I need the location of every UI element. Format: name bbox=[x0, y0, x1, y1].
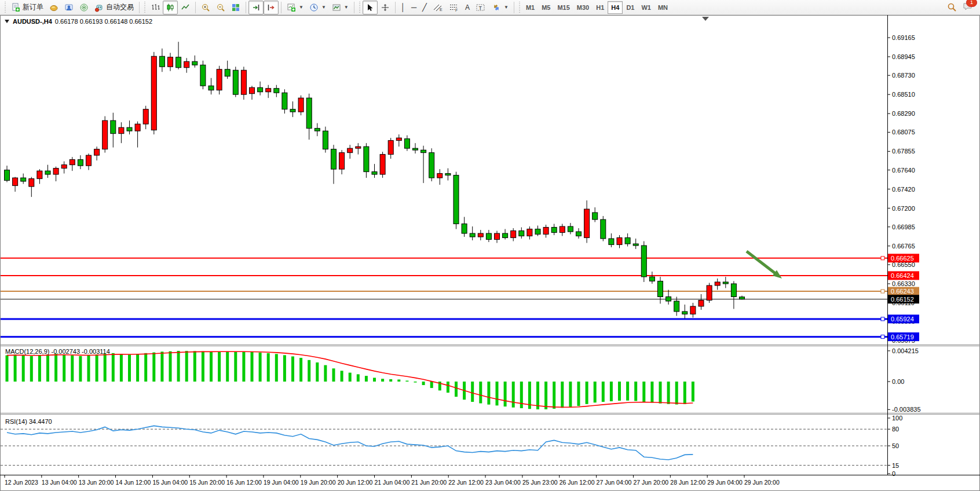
chart-shift-button[interactable] bbox=[264, 1, 279, 14]
svg-text:15 Jun 20:00: 15 Jun 20:00 bbox=[189, 479, 225, 486]
timeframe-m5-button[interactable]: M5 bbox=[538, 1, 554, 14]
crosshair-button[interactable] bbox=[378, 1, 393, 14]
zoom-in-button[interactable] bbox=[198, 1, 213, 14]
svg-text:16 Jun 12:00: 16 Jun 12:00 bbox=[226, 479, 262, 486]
vertical-line-icon: │ bbox=[401, 3, 405, 12]
svg-text:0.67200: 0.67200 bbox=[892, 205, 915, 212]
chart-symbol-period: AUDUSD-,H4 bbox=[13, 18, 52, 25]
timeframe-mn-button[interactable]: MN bbox=[654, 1, 671, 14]
chevron-down-icon: ▼ bbox=[321, 5, 326, 10]
tile-windows-button[interactable] bbox=[228, 1, 243, 14]
search-icon[interactable] bbox=[947, 2, 957, 12]
price-chart-canvas[interactable]: 0.691650.689450.687300.685100.682900.680… bbox=[0, 15, 980, 491]
svg-text:13 Jun 20:00: 13 Jun 20:00 bbox=[79, 479, 114, 486]
timeframe-h1-button[interactable]: H1 bbox=[593, 1, 608, 14]
timeframe-m15-button[interactable]: M15 bbox=[554, 1, 573, 14]
svg-text:22 Jun 12:00: 22 Jun 12:00 bbox=[448, 479, 484, 486]
fibonacci-button[interactable]: F bbox=[446, 1, 462, 14]
indicators-button[interactable]: ▼ bbox=[284, 1, 306, 14]
channel-button[interactable]: E bbox=[430, 1, 446, 14]
virtual-hosting-button[interactable] bbox=[61, 1, 76, 14]
svg-text:15 Jun 04:00: 15 Jun 04:00 bbox=[152, 479, 188, 486]
svg-text:0.69165: 0.69165 bbox=[892, 34, 915, 41]
bar-chart-button[interactable] bbox=[148, 1, 163, 14]
zoom-out-button[interactable] bbox=[213, 1, 228, 14]
signals-button[interactable] bbox=[76, 1, 92, 14]
collapse-triangle-icon[interactable] bbox=[5, 19, 10, 24]
templates-button[interactable]: ▼ bbox=[329, 1, 352, 14]
svg-text:28 Jun 12:00: 28 Jun 12:00 bbox=[670, 479, 705, 486]
svg-text:0.68730: 0.68730 bbox=[892, 72, 915, 79]
chart-ohlc-values: 0.66178 0.66193 0.66148 0.66152 bbox=[55, 18, 152, 25]
svg-text:0.004215: 0.004215 bbox=[892, 347, 919, 354]
market-depth-button[interactable] bbox=[46, 1, 61, 14]
line-chart-button[interactable] bbox=[178, 1, 193, 14]
svg-text:23 Jun 04:00: 23 Jun 04:00 bbox=[485, 479, 521, 486]
periods-button[interactable]: ▼ bbox=[306, 1, 329, 14]
svg-text:19 Jun 20:00: 19 Jun 20:00 bbox=[301, 479, 336, 486]
toolbar-drag-handle bbox=[144, 2, 146, 13]
svg-text:27 Jun 20:00: 27 Jun 20:00 bbox=[633, 479, 668, 486]
arrows-button[interactable]: ▼ bbox=[489, 1, 511, 14]
cursor-button[interactable] bbox=[363, 1, 378, 14]
autotrading-label: 自动交易 bbox=[106, 2, 134, 12]
svg-text:100: 100 bbox=[892, 415, 902, 422]
indicators-icon bbox=[287, 3, 296, 12]
main-toolbar: 新订单 自动交易 ▼ ▼ bbox=[0, 0, 980, 15]
svg-text:0.68075: 0.68075 bbox=[892, 129, 915, 135]
timeframe-h4-button[interactable]: H4 bbox=[608, 1, 623, 14]
svg-text:0.65719: 0.65719 bbox=[891, 334, 914, 340]
timeframe-d1-button[interactable]: D1 bbox=[623, 1, 638, 14]
bar-chart-icon bbox=[151, 3, 160, 12]
candlestick-chart-button[interactable] bbox=[163, 1, 178, 14]
text-label-button[interactable]: T bbox=[473, 1, 489, 14]
toolbar-separator bbox=[195, 2, 196, 13]
notifications-button[interactable]: 1 bbox=[963, 2, 973, 13]
svg-text:0.68945: 0.68945 bbox=[892, 53, 915, 60]
svg-text:0.68510: 0.68510 bbox=[892, 91, 915, 98]
toolbar-drag-handle bbox=[518, 2, 521, 13]
svg-text:0.66985: 0.66985 bbox=[892, 223, 915, 230]
toolbar-separator bbox=[395, 2, 396, 13]
svg-text:E: E bbox=[440, 8, 443, 12]
svg-text:0.66243: 0.66243 bbox=[891, 288, 914, 295]
chevron-down-icon: ▼ bbox=[299, 5, 303, 10]
autotrading-button[interactable]: 自动交易 bbox=[92, 1, 137, 14]
timeframe-m30-button[interactable]: M30 bbox=[573, 1, 593, 14]
notification-badge: 1 bbox=[966, 0, 977, 7]
candlestick-icon bbox=[166, 3, 175, 12]
svg-text:-0.003835: -0.003835 bbox=[892, 406, 921, 413]
timeframe-m1-button[interactable]: M1 bbox=[522, 1, 538, 14]
svg-text:20 Jun 12:00: 20 Jun 12:00 bbox=[338, 479, 373, 486]
svg-text:29 Jun 20:00: 29 Jun 20:00 bbox=[744, 479, 780, 486]
timeframe-w1-button[interactable]: W1 bbox=[638, 1, 654, 14]
svg-text:21 Jun 04:00: 21 Jun 04:00 bbox=[375, 479, 410, 486]
chevron-down-icon: ▼ bbox=[344, 5, 349, 10]
text-label-icon: T bbox=[476, 3, 486, 12]
svg-text:0.65924: 0.65924 bbox=[891, 316, 914, 323]
text-button[interactable]: A bbox=[462, 1, 473, 14]
toolbar-separator bbox=[354, 2, 354, 13]
auto-scroll-icon bbox=[251, 3, 261, 12]
auto-scroll-button[interactable] bbox=[248, 1, 264, 14]
horizontal-line-button[interactable]: ─ bbox=[408, 1, 419, 14]
horizontal-line-icon: ─ bbox=[411, 3, 416, 12]
chart-window: 0.691650.689450.687300.685100.682900.680… bbox=[0, 15, 980, 491]
svg-text:27 Jun 04:00: 27 Jun 04:00 bbox=[597, 479, 632, 486]
template-icon bbox=[332, 3, 341, 12]
svg-text:21 Jun 20:00: 21 Jun 20:00 bbox=[411, 479, 447, 486]
vertical-line-button[interactable]: │ bbox=[398, 1, 408, 14]
svg-text:26 Jun 12:00: 26 Jun 12:00 bbox=[560, 479, 595, 486]
toolbar-right-icons: 1 bbox=[947, 2, 978, 13]
new-order-button[interactable]: 新订单 bbox=[8, 1, 46, 14]
svg-text:0.00: 0.00 bbox=[892, 378, 904, 385]
toolbar-drag-handle bbox=[359, 2, 361, 13]
trendline-button[interactable]: ╱ bbox=[419, 1, 430, 14]
svg-text:0.67420: 0.67420 bbox=[892, 186, 915, 193]
svg-text:19 Jun 04:00: 19 Jun 04:00 bbox=[264, 479, 299, 486]
line-chart-icon bbox=[181, 3, 190, 12]
clock-icon bbox=[309, 3, 319, 12]
toolbar-separator bbox=[139, 2, 140, 13]
svg-text:0.66625: 0.66625 bbox=[891, 255, 914, 262]
svg-text:0.67855: 0.67855 bbox=[892, 148, 915, 155]
